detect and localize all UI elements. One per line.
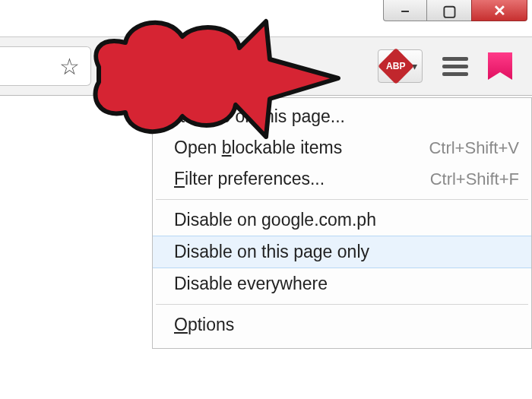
abp-icon: ABP	[378, 48, 414, 84]
menu-item-filter-preferences[interactable]: Filter preferences... Ctrl+Shift+F	[153, 163, 531, 195]
abp-context-menu: rt issue on this page... Open blockable …	[152, 97, 532, 349]
adblock-plus-button[interactable]: ABP ▾	[378, 49, 423, 83]
close-icon: ✕	[493, 2, 506, 20]
menu-button[interactable]	[442, 53, 468, 80]
pocket-bookmark-icon[interactable]	[488, 52, 512, 80]
minimize-icon: –	[401, 2, 409, 19]
menu-item-disable-everywhere[interactable]: Disable everywhere	[153, 268, 531, 299]
shortcut-label: Ctrl+Shift+F	[430, 169, 519, 189]
browser-toolbar: ☆ ABP ▾	[0, 36, 532, 96]
window-maximize-button[interactable]: ▢	[427, 0, 471, 21]
menu-item-report-issue[interactable]: rt issue on this page...	[153, 101, 531, 132]
menu-item-disable-domain[interactable]: Disable on google.com.ph	[153, 204, 531, 236]
window-minimize-button[interactable]: –	[383, 0, 427, 21]
maximize-icon: ▢	[442, 2, 457, 20]
menu-item-options[interactable]: Options	[153, 309, 531, 340]
menu-item-disable-page[interactable]: Disable on this page only	[153, 236, 531, 268]
shortcut-label: Ctrl+Shift+V	[429, 138, 519, 158]
menu-separator	[156, 199, 528, 200]
menu-item-open-blockable[interactable]: Open blockable items Ctrl+Shift+V	[153, 132, 531, 163]
bookmark-star-icon[interactable]: ☆	[59, 53, 80, 80]
window-close-button[interactable]: ✕	[471, 0, 527, 21]
menu-separator	[156, 304, 528, 305]
address-bar[interactable]: ☆	[0, 46, 91, 86]
hamburger-icon	[442, 57, 468, 61]
